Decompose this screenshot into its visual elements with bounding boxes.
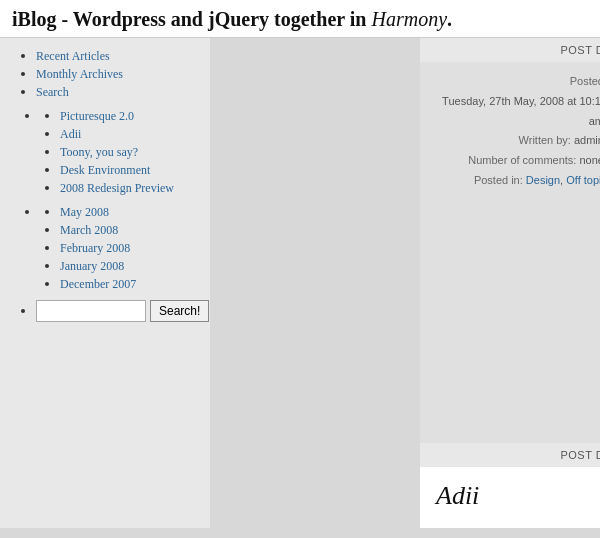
post-meta-posted: Posted: Tuesday, 27th May, 2008 at 10:19…	[432, 72, 600, 131]
list-item[interactable]: December 2007	[60, 276, 194, 292]
posted-in-label: Posted in:	[474, 174, 523, 186]
recent-articles-group: Picturesque 2.0 Adii Toony, you say? Des…	[40, 108, 194, 196]
article-link[interactable]: Desk Environment	[60, 163, 150, 177]
category-link-design[interactable]: Design	[526, 174, 560, 186]
post-meta-comments: Number of comments: none.	[432, 151, 600, 171]
archive-link[interactable]: March 2008	[60, 223, 118, 237]
post-2-title: Adii	[420, 467, 600, 511]
archives-list: May 2008 March 2008 February 2008 Januar…	[40, 204, 194, 292]
list-item[interactable]: 2008 Redesign Preview	[60, 180, 194, 196]
list-item[interactable]: January 2008	[60, 258, 194, 274]
search-section: Search!	[16, 300, 194, 322]
nav-link-search[interactable]: Search	[36, 85, 69, 99]
archive-link[interactable]: February 2008	[60, 241, 130, 255]
nav-link-monthly[interactable]: Monthly Archives	[36, 67, 123, 81]
list-item[interactable]: Desk Environment	[60, 162, 194, 178]
nav-item-monthly[interactable]: Monthly Archives	[36, 66, 194, 82]
category-link-offtopic[interactable]: Off topic	[566, 174, 600, 186]
search-item: Search!	[36, 300, 194, 322]
search-row: Search!	[36, 300, 194, 322]
list-item[interactable]: May 2008	[60, 204, 194, 220]
main-content: POST DETAILS Posted: Tuesday, 27th May, …	[420, 38, 600, 528]
site-title-italic: Harmony	[371, 8, 447, 30]
list-item[interactable]: March 2008	[60, 222, 194, 238]
post-1-meta: Posted: Tuesday, 27th May, 2008 at 10:19…	[420, 62, 600, 443]
list-item[interactable]: February 2008	[60, 240, 194, 256]
post-meta-written: Written by: admin.	[432, 131, 600, 151]
top-nav: Recent Articles Monthly Archives Search	[16, 48, 194, 100]
list-item[interactable]: Adii	[60, 126, 194, 142]
post-details-bar-2: POST DETAILS	[420, 443, 600, 467]
article-link[interactable]: Toony, you say?	[60, 145, 138, 159]
archive-link[interactable]: January 2008	[60, 259, 124, 273]
written-value: admin.	[574, 134, 600, 146]
site-title: iBlog - Wordpress and jQuery together in…	[12, 8, 588, 31]
search-button[interactable]: Search!	[150, 300, 209, 322]
archives-group: May 2008 March 2008 February 2008 Januar…	[40, 204, 194, 292]
site-title-plain: iBlog - Wordpress and jQuery together in	[12, 8, 371, 30]
site-title-end: .	[447, 8, 452, 30]
sidebar: Recent Articles Monthly Archives Search …	[0, 38, 210, 528]
archive-link[interactable]: December 2007	[60, 277, 136, 291]
written-label: Written by:	[519, 134, 571, 146]
list-item[interactable]: Picturesque 2.0	[60, 108, 194, 124]
recent-articles-list-wrapper: Picturesque 2.0 Adii Toony, you say? Des…	[20, 108, 194, 196]
list-item[interactable]: Toony, you say?	[60, 144, 194, 160]
posted-label: Posted:	[570, 75, 600, 87]
recent-articles-list: Picturesque 2.0 Adii Toony, you say? Des…	[40, 108, 194, 196]
post-details-label-1: POST DETAILS	[560, 44, 600, 56]
recent-articles-section: Picturesque 2.0 Adii Toony, you say? Des…	[16, 108, 194, 196]
article-link[interactable]: 2008 Redesign Preview	[60, 181, 174, 195]
post-meta-category: Posted in: Design, Off topic	[432, 171, 600, 191]
archives-list-wrapper: May 2008 March 2008 February 2008 Januar…	[20, 204, 194, 292]
site-header: iBlog - Wordpress and jQuery together in…	[0, 0, 600, 38]
article-link[interactable]: Adii	[60, 127, 81, 141]
nav-link-recent[interactable]: Recent Articles	[36, 49, 110, 63]
comments-value: none.	[579, 154, 600, 166]
nav-item-search[interactable]: Search	[36, 84, 194, 100]
post-details-bar-1: POST DETAILS	[420, 38, 600, 62]
posted-value: Tuesday, 27th May, 2008 at 10:19 am.	[442, 95, 600, 127]
nav-item-recent[interactable]: Recent Articles	[36, 48, 194, 64]
article-link[interactable]: Picturesque 2.0	[60, 109, 134, 123]
post-details-label-2: POST DETAILS	[560, 449, 600, 461]
search-input[interactable]	[36, 300, 146, 322]
archive-link[interactable]: May 2008	[60, 205, 109, 219]
archives-section: May 2008 March 2008 February 2008 Januar…	[16, 204, 194, 292]
post-1: Posted: Tuesday, 27th May, 2008 at 10:19…	[420, 62, 600, 443]
comments-label: Number of comments:	[468, 154, 576, 166]
